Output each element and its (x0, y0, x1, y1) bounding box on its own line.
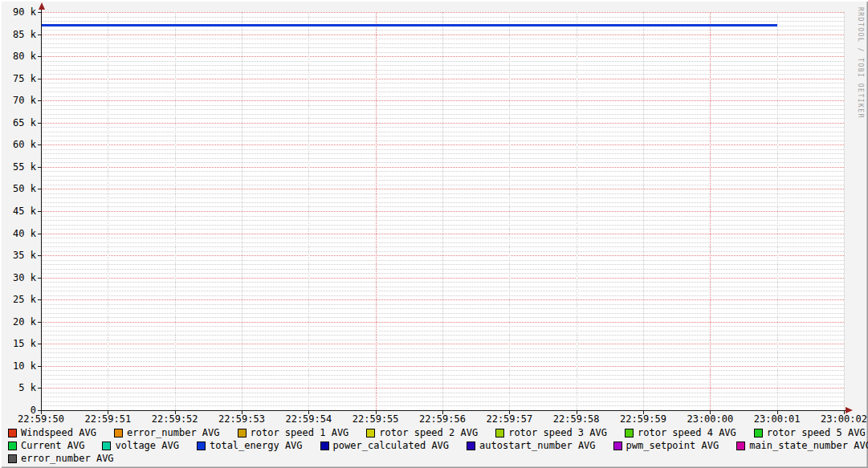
x-axis-tick (108, 411, 108, 414)
legend-item: error_number AVG (8, 454, 114, 464)
y-axis-label: 5 k (0, 383, 36, 393)
x-axis-tick (777, 411, 778, 414)
legend-swatch (754, 429, 763, 437)
y-axis-tick (38, 100, 41, 101)
legend-item: rotor speed 5 AVG (754, 428, 866, 438)
legend-swatch (366, 429, 375, 437)
x-axis-label: 22:59:50 (18, 414, 64, 424)
legend-item: error_number AVG (114, 428, 220, 438)
y-axis-tick (38, 366, 41, 367)
legend-item: rotor speed 3 AVG (495, 428, 607, 438)
y-axis-label: 60 k (0, 140, 36, 149)
legend-label: rotor speed 2 AVG (379, 428, 478, 438)
x-axis-tick (175, 411, 176, 414)
x-axis-tick (844, 411, 845, 414)
y-axis-tick (38, 322, 41, 323)
legend-label: rotor speed 4 AVG (638, 428, 736, 438)
x-axis-label: 22:59:52 (152, 414, 198, 424)
minor-gridline-v (643, 12, 644, 410)
legend-swatch (467, 442, 475, 450)
watermark: RRDTOOL / TOBI OETIKER (857, 7, 864, 119)
legend-row: error_number AVG (8, 453, 868, 465)
x-axis-tick (308, 411, 309, 414)
legend-row: Current AVGvoltage AVGtotal_energy AVGpo… (8, 440, 868, 452)
y-axis-label: 30 k (0, 273, 36, 283)
legend-label: main_state_number AVG (749, 441, 868, 451)
plot-area (41, 12, 844, 410)
y-axis-tick (38, 79, 41, 79)
legend-label: error_number AVG (21, 454, 114, 464)
x-axis-label: 22:59:54 (285, 414, 332, 424)
legend-item: pwm_setpoint AVG (613, 441, 719, 451)
x-axis-label: 22:59:59 (620, 414, 666, 424)
y-axis-tick (38, 211, 41, 212)
y-axis-tick (38, 12, 41, 13)
legend-label: autostart_number AVG (479, 441, 596, 451)
x-axis-label: 22:59:53 (218, 414, 265, 424)
y-axis-label: 50 k (0, 184, 36, 193)
y-axis (41, 6, 42, 411)
y-axis-tick (38, 278, 41, 279)
legend-row: Windspeed AVGerror_number AVGrotor speed… (8, 427, 868, 439)
x-axis-arrow-icon (846, 407, 853, 413)
minor-gridline-v (777, 12, 778, 410)
y-axis-tick (38, 144, 41, 145)
y-axis-label: 65 k (0, 118, 36, 128)
legend-swatch (8, 454, 17, 463)
y-axis-tick (38, 255, 41, 256)
x-axis-tick (710, 411, 711, 414)
y-axis-label: 75 k (0, 74, 36, 83)
data-line-total_energy-avg (41, 24, 777, 26)
y-axis-label: 40 k (0, 229, 36, 238)
x-axis-label: 22:59:57 (486, 414, 532, 424)
x-axis-label: 23:00:00 (687, 414, 733, 424)
legend-label: total_energy AVG (210, 441, 303, 451)
y-axis-tick (38, 234, 41, 234)
x-axis-tick (376, 411, 377, 414)
x-axis-tick (242, 411, 242, 414)
y-axis-label: 90 k (0, 7, 36, 17)
x-axis-label: 23:00:01 (754, 414, 801, 424)
legend-swatch (495, 429, 504, 437)
legend-label: Current AVG (21, 441, 84, 451)
minor-gridline-v (242, 12, 242, 410)
legend-item: main_state_number AVG (736, 441, 868, 451)
y-axis-label: 35 k (0, 250, 36, 260)
legend-item: total_energy AVG (197, 441, 303, 451)
legend-item: rotor speed 1 AVG (238, 428, 349, 438)
legend-label: rotor speed 1 AVG (251, 428, 349, 438)
x-axis-tick (41, 411, 42, 414)
legend: Windspeed AVGerror_number AVGrotor speed… (8, 427, 868, 466)
y-axis-label: 70 k (0, 96, 36, 105)
legend-item: Windspeed AVG (8, 428, 96, 438)
legend-label: Windspeed AVG (21, 428, 96, 438)
minor-gridline-v (308, 12, 309, 410)
minor-gridline-v (442, 12, 443, 410)
y-axis-label: 85 k (0, 30, 36, 39)
y-axis-tick (38, 388, 41, 389)
legend-item: rotor speed 4 AVG (625, 428, 736, 438)
minor-gridline-v (509, 12, 510, 410)
minor-gridline-v (577, 12, 577, 410)
major-gridline-v (376, 12, 377, 410)
y-axis-tick (38, 299, 41, 300)
y-axis-tick (38, 56, 41, 57)
legend-label: rotor speed 3 AVG (508, 428, 607, 438)
y-axis-label: 25 k (0, 295, 36, 304)
legend-swatch (613, 442, 622, 450)
y-axis-tick (38, 344, 41, 344)
rrdtool-graph: 90 k85 k80 k75 k70 k65 k60 k55 k50 k45 k… (0, 0, 868, 468)
legend-swatch (114, 429, 123, 437)
y-axis-arrow-icon (39, 2, 45, 10)
legend-label: rotor speed 5 AVG (767, 428, 866, 438)
y-axis-tick (38, 35, 41, 35)
y-axis-label: 45 k (0, 206, 36, 216)
x-axis-label: 23:00:02 (821, 414, 867, 424)
legend-swatch (8, 429, 17, 437)
legend-label: power_calculated AVG (333, 441, 450, 451)
legend-item: Current AVG (8, 441, 84, 451)
y-axis-label: 15 k (0, 339, 36, 348)
y-axis-label: 20 k (0, 317, 36, 327)
x-axis-label: 22:59:51 (84, 414, 131, 424)
y-axis-tick (38, 123, 41, 124)
